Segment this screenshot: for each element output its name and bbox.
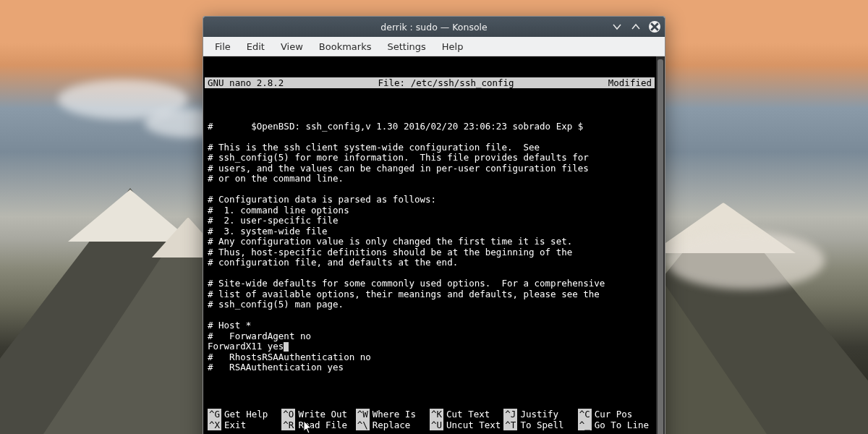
menu-edit[interactable]: Edit xyxy=(239,39,272,54)
shortcut-label: Uncut Text xyxy=(446,420,501,430)
editor-line xyxy=(208,268,652,279)
shortcut-label: Justify xyxy=(520,409,558,420)
maximize-button[interactable] xyxy=(630,21,642,33)
shortcut-key: ^X xyxy=(208,420,221,430)
shortcut-label: To Spell xyxy=(520,420,563,430)
nano-app-name: GNU nano 2.8.2 xyxy=(208,77,284,88)
nano-shortcut: ^\Replace xyxy=(356,420,430,430)
editor-line: # list of available options, their meani… xyxy=(208,289,652,300)
editor-line: # 3. system-wide file xyxy=(208,226,652,237)
shortcut-label: Write Out xyxy=(298,409,347,420)
titlebar[interactable]: derrik : sudo — Konsole xyxy=(203,17,665,37)
nano-status: Modified xyxy=(608,77,652,88)
editor-line: # users, and the values can be changed i… xyxy=(208,163,652,174)
konsole-window: derrik : sudo — Konsole File Edit View B… xyxy=(203,16,665,434)
editor-line xyxy=(208,132,652,142)
shortcut-key: ^_ xyxy=(578,420,592,430)
nano-shortcut: ^XExit xyxy=(208,420,281,430)
nano-shortcut: ^UUncut Text xyxy=(430,420,503,430)
shortcut-key: ^G xyxy=(208,409,221,420)
shortcut-key: ^W xyxy=(356,409,370,420)
editor-line: # 2. user-specific file xyxy=(208,216,652,226)
shortcut-label: Read File xyxy=(298,420,347,430)
nano-header: GNU nano 2.8.2 File: /etc/ssh/ssh_config… xyxy=(205,77,655,88)
nano-file-label: File: /etc/ssh/ssh_config xyxy=(284,77,608,88)
editor-line: # Site-wide defaults for some commonly u… xyxy=(208,278,652,289)
terminal-scrollbar[interactable] xyxy=(656,56,665,434)
shortcut-key: ^R xyxy=(281,420,295,430)
editor-line xyxy=(208,184,652,195)
shortcut-key: ^O xyxy=(281,409,295,420)
nano-shortcut: ^CCur Pos xyxy=(578,409,652,420)
minimize-button[interactable] xyxy=(611,21,623,33)
shortcut-label: Cut Text xyxy=(446,409,490,420)
menu-file[interactable]: File xyxy=(208,39,238,54)
shortcut-label: Get Help xyxy=(224,409,268,420)
editor-line: # 1. command line options xyxy=(208,205,652,216)
nano-shortcut: ^JJustify xyxy=(503,409,577,420)
editor-line: # configuration file, and defaults at th… xyxy=(208,258,652,268)
terminal[interactable]: GNU nano 2.8.2 File: /etc/ssh/ssh_config… xyxy=(203,56,656,434)
editor-line: # RhostsRSAAuthentication no xyxy=(208,352,652,363)
shortcut-key: ^U xyxy=(430,420,443,430)
shortcut-key: ^J xyxy=(503,409,517,420)
shortcut-label: Exit xyxy=(224,420,246,430)
menu-help[interactable]: Help xyxy=(435,39,471,54)
nano-shortcut: ^RRead File xyxy=(281,420,355,430)
close-icon xyxy=(649,21,660,33)
shortcut-key: ^K xyxy=(430,409,443,420)
text-cursor xyxy=(284,342,289,352)
shortcut-key: ^\ xyxy=(356,420,370,430)
nano-shortcut: ^WWhere Is xyxy=(356,409,430,420)
editor-line xyxy=(208,373,652,384)
menu-view[interactable]: View xyxy=(273,39,310,54)
editor-line: # Configuration data is parsed as follow… xyxy=(208,195,652,205)
nano-editor-body[interactable]: # $OpenBSD: ssh_config,v 1.30 2016/02/20… xyxy=(205,109,655,388)
nano-shortcut: ^_Go To Line xyxy=(578,420,652,430)
scrollbar-thumb[interactable] xyxy=(658,59,663,434)
editor-line: # ssh_config(5) man page. xyxy=(208,299,652,310)
shortcut-key: ^C xyxy=(578,409,592,420)
editor-line: # This is the ssh client system-wide con… xyxy=(208,142,652,153)
editor-line: # ssh_config(5) for more information. Th… xyxy=(208,153,652,163)
shortcut-label: Go To Line xyxy=(595,420,649,430)
editor-line: # RSAAuthentication yes xyxy=(208,362,652,373)
shortcut-label: Cur Pos xyxy=(595,409,633,420)
window-title: derrik : sudo — Konsole xyxy=(380,22,488,33)
nano-shortcut: ^OWrite Out xyxy=(281,409,355,420)
menu-bookmarks[interactable]: Bookmarks xyxy=(312,39,379,54)
nano-shortcut: ^TTo Spell xyxy=(503,420,577,430)
nano-shortcuts: ^GGet Help^OWrite Out^WWhere Is^KCut Tex… xyxy=(205,409,655,431)
editor-line: # ForwardAgent no xyxy=(208,331,652,342)
editor-line: # $OpenBSD: ssh_config,v 1.30 2016/02/20… xyxy=(208,122,652,132)
shortcut-key: ^T xyxy=(503,420,517,430)
shortcut-label: Where Is xyxy=(373,409,416,420)
nano-shortcut: ^GGet Help xyxy=(208,409,281,420)
menubar: File Edit View Bookmarks Settings Help xyxy=(203,37,665,56)
nano-shortcut: ^KCut Text xyxy=(430,409,503,420)
editor-line: # Any configuration value is only change… xyxy=(208,237,652,247)
shortcut-label: Replace xyxy=(373,420,411,430)
editor-cursor-line: ForwardX11 yes xyxy=(208,341,652,352)
editor-line: # or on the command line. xyxy=(208,174,652,184)
close-button[interactable] xyxy=(649,21,660,33)
editor-line: # Thus, host-specific definitions should… xyxy=(208,247,652,258)
editor-line xyxy=(208,111,652,122)
editor-line xyxy=(208,310,652,321)
editor-line: # Host * xyxy=(208,320,652,331)
menu-settings[interactable]: Settings xyxy=(380,39,433,54)
